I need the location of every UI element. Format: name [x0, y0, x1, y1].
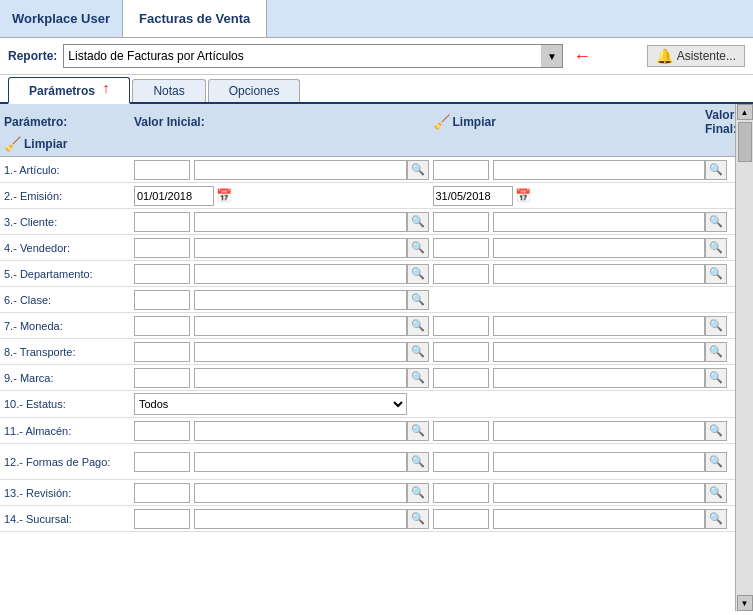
header-parametro: Parámetro: [4, 115, 134, 129]
articulo-final-search[interactable]: 🔍 [705, 160, 727, 180]
limpiar1-label[interactable]: Limpiar [453, 115, 496, 129]
departamento-final-large[interactable] [493, 264, 706, 284]
vendedor-final-large[interactable] [493, 238, 706, 258]
moneda-initial-large[interactable] [194, 316, 407, 336]
departamento-initial-large[interactable] [194, 264, 407, 284]
reporte-dropdown-btn[interactable]: ▼ [541, 44, 563, 68]
label-formas-pago: 12.- Formas de Pago: [4, 456, 134, 468]
row-vendedor: 4.- Vendedor: 🔍 🔍 [0, 235, 735, 261]
sucursal-final-small[interactable] [433, 509, 489, 529]
vendedor-initial-search[interactable]: 🔍 [407, 238, 429, 258]
emision-final-cal[interactable]: 📅 [515, 188, 531, 203]
formas-final-search[interactable]: 🔍 [705, 452, 727, 472]
marca-initial-search[interactable]: 🔍 [407, 368, 429, 388]
cliente-initial-large[interactable] [194, 212, 407, 232]
emision-initial-wrap: 📅 [134, 186, 407, 206]
almacen-final-small[interactable] [433, 421, 489, 441]
revision-final-large[interactable] [493, 483, 706, 503]
transporte-final-large[interactable] [493, 342, 706, 362]
marca-final-small[interactable] [433, 368, 489, 388]
vendedor-final-search[interactable]: 🔍 [705, 238, 727, 258]
sucursal-final-search[interactable]: 🔍 [705, 509, 727, 529]
almacen-initial-search[interactable]: 🔍 [407, 421, 429, 441]
cliente-initial-search[interactable]: 🔍 [407, 212, 429, 232]
scroll-thumb[interactable] [738, 122, 752, 162]
almacen-initial-small[interactable] [134, 421, 190, 441]
formas-final-large[interactable] [493, 452, 706, 472]
vendedor-initial-large[interactable] [194, 238, 407, 258]
tab-opciones[interactable]: Opciones [208, 79, 301, 102]
label-clase: 6.- Clase: [4, 294, 134, 306]
cliente-final-search[interactable]: 🔍 [705, 212, 727, 232]
articulo-initial-small[interactable] [134, 160, 190, 180]
scroll-up-btn[interactable]: ▲ [737, 104, 753, 120]
tab-notas[interactable]: Notas [132, 79, 205, 102]
clase-initial-large[interactable] [194, 290, 407, 310]
emision-initial-cal[interactable]: 📅 [216, 188, 232, 203]
transporte-initial-large[interactable] [194, 342, 407, 362]
almacen-initial-large[interactable] [194, 421, 407, 441]
cliente-final-small[interactable] [433, 212, 489, 232]
moneda-final-small[interactable] [433, 316, 489, 336]
moneda-final-search[interactable]: 🔍 [705, 316, 727, 336]
revision-initial-large[interactable] [194, 483, 407, 503]
articulo-initial-large[interactable] [194, 160, 407, 180]
revision-final-small[interactable] [433, 483, 489, 503]
reporte-row: Reporte: ▼ ← 🔔 Asistente... [0, 38, 753, 75]
limpiar1-icon: 🧹 [433, 114, 450, 130]
departamento-final-search[interactable]: 🔍 [705, 264, 727, 284]
row-moneda: 7.- Moneda: 🔍 🔍 [0, 313, 735, 339]
almacen-final-large[interactable] [493, 421, 706, 441]
emision-initial-date[interactable] [134, 186, 214, 206]
moneda-initial-search[interactable]: 🔍 [407, 316, 429, 336]
revision-initial-small[interactable] [134, 483, 190, 503]
label-articulo: 1.- Artículo: [4, 164, 134, 176]
moneda-initial-small[interactable] [134, 316, 190, 336]
marca-final-search[interactable]: 🔍 [705, 368, 727, 388]
vendedor-final-small[interactable] [433, 238, 489, 258]
row-emision: 2.- Emisión: 📅 📅 [0, 183, 735, 209]
transporte-final-small[interactable] [433, 342, 489, 362]
vendedor-initial-small[interactable] [134, 238, 190, 258]
transporte-initial-search[interactable]: 🔍 [407, 342, 429, 362]
reporte-input[interactable] [63, 44, 563, 68]
sucursal-final-large[interactable] [493, 509, 706, 529]
emision-final-date[interactable] [433, 186, 513, 206]
articulo-final-small[interactable] [433, 160, 489, 180]
estatus-select[interactable]: Todos Activo Inactivo [134, 393, 407, 415]
departamento-final-small[interactable] [433, 264, 489, 284]
transporte-final-search[interactable]: 🔍 [705, 342, 727, 362]
transporte-initial-small[interactable] [134, 342, 190, 362]
formas-initial-search[interactable]: 🔍 [407, 452, 429, 472]
articulo-final-large[interactable] [493, 160, 706, 180]
asistente-button[interactable]: 🔔 Asistente... [647, 45, 745, 67]
departamento-initial-search[interactable]: 🔍 [407, 264, 429, 284]
label-sucursal: 14.- Sucursal: [4, 513, 134, 525]
marca-final-large[interactable] [493, 368, 706, 388]
asistente-icon: 🔔 [656, 48, 673, 64]
workplace-tab[interactable]: Workplace User [0, 0, 123, 37]
clase-initial-small[interactable] [134, 290, 190, 310]
formas-initial-large[interactable] [194, 452, 407, 472]
marca-initial-large[interactable] [194, 368, 407, 388]
scroll-down-btn[interactable]: ▼ [737, 595, 753, 611]
cliente-final-large[interactable] [493, 212, 706, 232]
marca-initial-small[interactable] [134, 368, 190, 388]
tab-parametros[interactable]: Parámetros ↑ [8, 77, 130, 104]
sucursal-initial-search[interactable]: 🔍 [407, 509, 429, 529]
revision-initial-search[interactable]: 🔍 [407, 483, 429, 503]
articulo-initial-search[interactable]: 🔍 [407, 160, 429, 180]
almacen-final-search[interactable]: 🔍 [705, 421, 727, 441]
facturas-tab[interactable]: Facturas de Venta [123, 0, 267, 37]
limpiar2-label[interactable]: Limpiar [24, 137, 67, 151]
formas-initial-small[interactable] [134, 452, 190, 472]
sucursal-initial-small[interactable] [134, 509, 190, 529]
revision-final-search[interactable]: 🔍 [705, 483, 727, 503]
cliente-initial-small[interactable] [134, 212, 190, 232]
clase-initial-search[interactable]: 🔍 [407, 290, 429, 310]
label-emision: 2.- Emisión: [4, 190, 134, 202]
formas-final-small[interactable] [433, 452, 489, 472]
moneda-final-large[interactable] [493, 316, 706, 336]
departamento-initial-small[interactable] [134, 264, 190, 284]
sucursal-initial-large[interactable] [194, 509, 407, 529]
